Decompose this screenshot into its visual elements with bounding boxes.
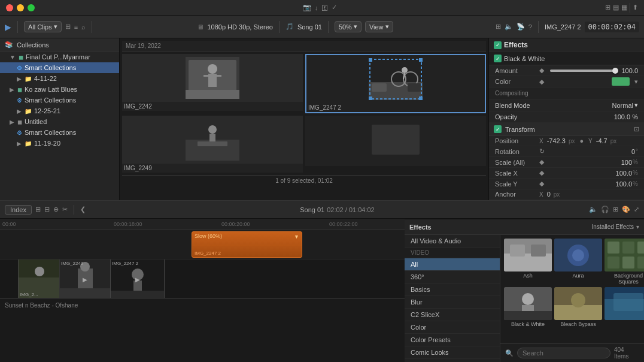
view-options-icon[interactable]: ⊞: [496, 23, 501, 31]
amount-slider[interactable]: [550, 70, 615, 72]
folder-icon: 📁: [25, 76, 32, 82]
timeline-headphones-icon[interactable]: 🎧: [601, 206, 609, 213]
toolbar-icon-key[interactable]: ⚿: [321, 4, 328, 11]
effects-cat-color[interactable]: Color: [405, 321, 500, 334]
separator-2: [92, 21, 92, 33]
bottom-clip-2[interactable]: IMG_2242 ▶: [60, 260, 111, 298]
effects-cat-all[interactable]: All: [405, 258, 500, 271]
toolbar-icon-clips[interactable]: ▤: [613, 4, 619, 11]
bw-thumb: [504, 287, 552, 320]
timeline-appearance-icon[interactable]: 🎨: [622, 206, 630, 213]
sidebar-item-smart-collections-1[interactable]: ⚙ Smart Collections: [0, 62, 119, 73]
library-header: 📚 Collections: [0, 38, 119, 52]
zoom-dropdown[interactable]: 50% ▾: [335, 21, 362, 32]
view-dropdown[interactable]: View ▾: [365, 21, 393, 32]
svg-rect-51: [607, 257, 619, 269]
sidebar-item-label: Ko zaw Latt Blues: [25, 86, 77, 93]
toolbar-icon-import[interactable]: ↓: [315, 4, 318, 11]
close-button[interactable]: [6, 4, 13, 11]
position-dot[interactable]: ●: [579, 137, 584, 144]
effects-cat-color-presets[interactable]: Color Presets: [405, 334, 500, 346]
blend-mode-value[interactable]: Normal ▾: [612, 101, 638, 109]
sidebar-item-untitled[interactable]: ▶ ◼ Untitled: [0, 116, 119, 127]
effect-thumb-bg-squares[interactable]: Background Squares: [604, 239, 644, 285]
audio-meter-icon[interactable]: 🔈: [505, 23, 513, 31]
transform-checkbox[interactable]: ✓: [494, 125, 502, 133]
bw-color-row: Color ◆ ▾: [489, 76, 644, 88]
sidebar-item-4-11-22[interactable]: ▶ 📁 4-11-22: [0, 73, 119, 84]
clip-thumb-img2247[interactable]: IMG_2247 2: [305, 54, 486, 113]
sidebar-item-kozaw[interactable]: ▶ ◼ Ko zaw Latt Blues: [0, 84, 119, 95]
main-clip-block[interactable]: Slow (60%) IMG_2247 2 ▼: [192, 231, 302, 258]
all-clips-dropdown[interactable]: All Clips ▾: [24, 21, 62, 32]
timeline-icon-2[interactable]: ⊟: [44, 206, 50, 213]
sidebar-item-finalcut[interactable]: ▼ ◼ Final Cut P...Myanmar: [0, 52, 119, 62]
timeline-audio-icon[interactable]: 🔈: [589, 206, 597, 213]
search-icon[interactable]: ⌕: [81, 23, 86, 31]
timeline-fullscreen-icon[interactable]: ⤢: [634, 206, 639, 213]
effect-thumb-ash[interactable]: Ash: [504, 239, 552, 285]
effects-cat-all-video-audio[interactable]: All Video & Audio: [405, 235, 500, 248]
toolbar-icon-grid[interactable]: ⊞: [605, 4, 610, 11]
maximize-button[interactable]: [28, 4, 35, 11]
effects-checkbox[interactable]: ✓: [494, 41, 502, 49]
toolbar-icon-share[interactable]: ⬆: [633, 4, 638, 11]
color-chevron[interactable]: ▾: [634, 78, 638, 86]
scale-x-diamond[interactable]: ◆: [539, 169, 544, 177]
effects-cat-basics[interactable]: Basics: [405, 283, 500, 296]
grid-view-icon[interactable]: ⊞: [65, 23, 71, 31]
smart-collection-icon: ⚙: [17, 129, 22, 136]
index-button[interactable]: Index: [5, 205, 32, 215]
sidebar-item-smart-collections-3[interactable]: ⚙ Smart Collections: [0, 127, 119, 138]
effects-cat-c2slicex[interactable]: C2 SliceX: [405, 309, 500, 321]
effects-browser: Effects Installed Effects ▾ All Video & …: [405, 219, 644, 362]
bleachbypass-thumb: [554, 287, 602, 320]
clip-thumb-4[interactable]: [305, 116, 486, 173]
timeline-arrow-left[interactable]: ❮: [80, 206, 86, 213]
transform-section-header[interactable]: ✓ Transform ⊡: [489, 123, 644, 136]
toolbar-icon-check[interactable]: ✓: [332, 4, 337, 11]
toolbar-icon-layout[interactable]: ▦: [621, 4, 627, 11]
timeline-icon-4[interactable]: ✂: [62, 206, 68, 213]
amount-diamond-icon[interactable]: ◆: [539, 67, 544, 74]
effects-cat-360[interactable]: 360°: [405, 271, 500, 283]
minimize-button[interactable]: [17, 4, 24, 11]
effect-thumb-aura[interactable]: Aura: [554, 239, 602, 285]
timeline-view-icon[interactable]: ⊞: [613, 206, 618, 213]
arrow-down-icon: ▼: [10, 54, 16, 61]
transform-expand-icon[interactable]: ⊡: [634, 125, 639, 133]
broadcast-icon[interactable]: 📡: [517, 23, 525, 31]
scale-all-value: 100: [621, 159, 632, 166]
effect-thumb-black-white[interactable]: Black & White: [504, 287, 552, 327]
installed-effects-chevron[interactable]: ▾: [636, 224, 639, 230]
effects-search-input[interactable]: [517, 348, 610, 358]
color-swatch[interactable]: [612, 77, 630, 86]
color-diamond-icon[interactable]: ◆: [539, 78, 544, 86]
effects-cat-blur[interactable]: Blur: [405, 296, 500, 309]
timeline-icon-1[interactable]: ⊞: [35, 206, 41, 213]
bw-enabled-checkbox[interactable]: ✓: [494, 55, 502, 62]
timeline-icon-3[interactable]: ⊕: [53, 206, 59, 213]
bottom-clip-1[interactable]: IMG_2...: [18, 260, 60, 298]
sidebar-item-12-25-21[interactable]: ▶ 📁 12-25-21: [0, 105, 119, 116]
sidebar-item-11-19-20[interactable]: ▶ 📁 11-19-20: [0, 138, 119, 149]
separator: [74, 205, 74, 215]
svg-rect-14: [408, 83, 421, 92]
effects-cat-comic-looks[interactable]: Comic Looks: [405, 346, 500, 359]
rotation-row: Rotation ↻ 0 °: [489, 146, 644, 157]
clip-thumb-img2249[interactable]: IMG_2249: [122, 116, 303, 173]
effects-cat-distortion[interactable]: Distortion: [405, 359, 500, 362]
scale-all-diamond[interactable]: ◆: [539, 158, 544, 166]
scale-y-diamond[interactable]: ◆: [539, 180, 544, 188]
help-icon[interactable]: ?: [528, 23, 532, 31]
window-title-icon: 📷: [303, 4, 311, 11]
effect-thumb-7[interactable]: [604, 287, 644, 327]
clip-thumb-img2242[interactable]: IMG_2242: [122, 54, 303, 113]
sidebar-item-smart-collections-2[interactable]: ⚙ Smart Collections: [0, 95, 119, 105]
bottom-clip-3[interactable]: IMG_2247 2 ▶: [111, 260, 165, 298]
timeline-toolbar: Index ⊞ ⊟ ⊕ ✂ ❮ Song 01 02:02 / 01:04:02…: [0, 201, 644, 219]
rotation-icon[interactable]: ↻: [539, 147, 545, 155]
library-icon: 📚: [5, 41, 13, 49]
effect-thumb-bleach-bypass[interactable]: Bleach Bypass: [554, 287, 602, 327]
list-view-icon[interactable]: ≡: [74, 23, 78, 31]
